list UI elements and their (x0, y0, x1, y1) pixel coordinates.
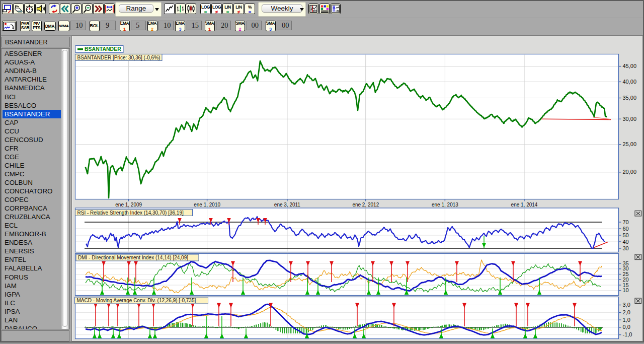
svg-text:50: 50 (623, 232, 629, 238)
svg-text:30: 30 (623, 245, 629, 251)
svg-text:20,00: 20,00 (623, 169, 637, 175)
svg-text:ene 3, 2011: ene 3, 2011 (274, 202, 301, 208)
svg-text:3,0: 3,0 (623, 302, 630, 308)
svg-text:ene 1, 2013: ene 1, 2013 (432, 202, 458, 208)
svg-text:RSI - Relative Strength Index: RSI - Relative Strength Index (14,30,70)… (77, 210, 184, 216)
svg-text:40,00: 40,00 (623, 79, 637, 85)
svg-text:0,0: 0,0 (623, 324, 630, 330)
svg-text:30,00: 30,00 (623, 116, 637, 122)
svg-text:DMI - Directional Movement Ind: DMI - Directional Movement Index (14,14)… (78, 255, 188, 260)
svg-text:MACD - Moving Average Conv. Di: MACD - Moving Average Conv. Div. (12,26,… (77, 298, 196, 303)
svg-text:35,00: 35,00 (623, 95, 637, 101)
svg-text:1,0: 1,0 (623, 317, 630, 323)
svg-text:10: 10 (623, 287, 629, 293)
svg-text:ene 1, 2014: ene 1, 2014 (511, 202, 538, 208)
svg-text:45,00: 45,00 (623, 63, 637, 69)
svg-text:ene 2, 2012: ene 2, 2012 (352, 202, 379, 208)
svg-text:2,0: 2,0 (623, 309, 630, 315)
svg-text:ene 1, 2009: ene 1, 2009 (115, 202, 142, 208)
svg-text:70: 70 (623, 219, 629, 225)
svg-text:BSANTANDER: BSANTANDER (85, 46, 121, 52)
svg-text:60: 60 (623, 226, 629, 232)
svg-text:BSANTANDER [Price: 30,36] (-0,: BSANTANDER [Price: 30,36] (-0,6%) (77, 55, 160, 60)
svg-text:25,00: 25,00 (623, 141, 637, 147)
svg-text:ene 1, 2010: ene 1, 2010 (194, 202, 220, 208)
svg-text:-1,0: -1,0 (623, 331, 632, 337)
svg-text:40: 40 (623, 239, 629, 245)
